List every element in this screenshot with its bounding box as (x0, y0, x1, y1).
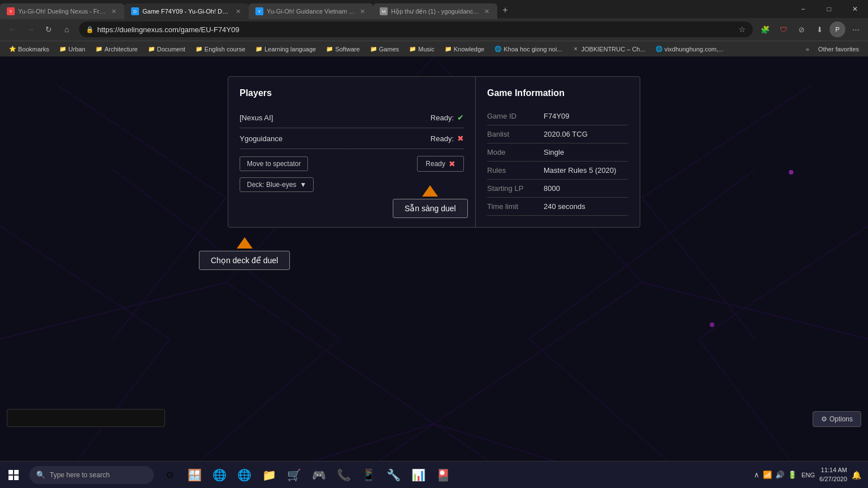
battery-icon[interactable]: 🔋 (788, 470, 797, 479)
chon-deck-button[interactable]: Chọn deck để duel (199, 251, 290, 270)
url-bar[interactable]: 🔒 https://duelingnexus.com/game/EU-F74Y0… (79, 21, 753, 37)
tab-label-2: Game F74Y09 - Yu-Gi-Oh! Duel... (142, 8, 231, 15)
extensions-button[interactable]: 🧩 (757, 21, 773, 37)
bookmark-khoa-hoc[interactable]: 🌐 Khoa hoc giong noi... (490, 44, 566, 54)
status-check-icon: ✔ (457, 113, 464, 122)
title-bar: Y Yu-Gi-Oh! Dueling Nexus - Free... ✕ D … (0, 0, 868, 18)
taskbar-app-taskview[interactable]: 🪟 (183, 464, 206, 486)
forward-button[interactable]: → (23, 21, 38, 37)
chon-deck-tooltip-container: Chọn deck để duel (199, 237, 290, 270)
downloads-icon[interactable]: ⬇ (811, 21, 827, 37)
taskbar-app-app1[interactable]: 📱 (357, 464, 380, 486)
san-sang-button[interactable]: Sẵn sàng duel (393, 199, 468, 218)
rules-label: Rules (487, 166, 538, 175)
tab-inbox[interactable]: M Hộp thư đến (1) - ygoguidance... ✕ (373, 3, 497, 19)
tab-close-2[interactable]: ✕ (235, 7, 242, 16)
player-name-2: Ygoguidance (240, 134, 283, 143)
keyboard-lang[interactable]: ENG (801, 472, 815, 478)
taskbar-app-store[interactable]: 🛒 (283, 464, 305, 486)
lock-icon: 🔒 (86, 26, 94, 33)
bookmark-knowledge[interactable]: 📁 Knowledge (440, 44, 489, 54)
profile-button[interactable]: P (830, 21, 845, 37)
timelimit-value: 240 seconds (544, 202, 585, 211)
info-row-mode: Mode Single (487, 143, 628, 162)
notification-icon[interactable]: 🔔 (852, 470, 861, 480)
bookmark-games[interactable]: 📁 Games (366, 44, 403, 54)
tab-close-3[interactable]: ✕ (359, 7, 366, 16)
bookmark-english-course[interactable]: 📁 English course (191, 44, 250, 54)
chat-input-container (7, 409, 165, 427)
start-button[interactable] (0, 461, 27, 489)
knowledge-icon: 📁 (445, 46, 452, 53)
home-button[interactable]: ⌂ (59, 21, 75, 37)
taskbar-app-ppt[interactable]: 📊 (407, 464, 429, 486)
bookmark-architecture[interactable]: 📁 Architecture (91, 44, 142, 54)
player-status-1: Ready: ✔ (431, 113, 464, 122)
bookmark-music[interactable]: 📁 Music (405, 44, 439, 54)
minimize-button[interactable]: − (790, 0, 816, 18)
new-tab-button[interactable]: + (497, 2, 513, 18)
spectator-button[interactable]: Move to spectator (240, 156, 308, 171)
tab-label-4: Hộp thư đến (1) - ygoguidance... (391, 8, 480, 15)
search-placeholder: Type here to search (50, 471, 110, 479)
shield-icon[interactable]: 🛡 (775, 21, 791, 37)
taskbar-app-yugioh[interactable]: 🎴 (432, 464, 454, 486)
tab-close-1[interactable]: ✕ (110, 7, 118, 16)
chat-input[interactable] (7, 409, 165, 427)
bookmark-other-favorites[interactable]: Other favorites (814, 44, 863, 54)
bookmark-bookmarks[interactable]: ⭐ Bookmarks (5, 44, 54, 54)
volume-icon[interactable]: 🔊 (775, 470, 784, 479)
close-button[interactable]: ✕ (842, 0, 868, 18)
ready-button[interactable]: Ready ✖ (417, 156, 464, 172)
taskbar-app-edge[interactable]: 🌐 (208, 464, 231, 486)
taskbar-date: 6/27/2020 (819, 475, 847, 483)
bookmark-vixd[interactable]: 🌐 vixdhunghung.com,... (651, 44, 728, 54)
tab-favicon-2: D (131, 7, 139, 15)
options-button[interactable]: ⚙ Options (813, 411, 861, 427)
bookmark-learning[interactable]: 📁 Learning language (251, 44, 320, 54)
tab-close-4[interactable]: ✕ (483, 7, 491, 16)
taskbar-apps: ⊙ 🪟 🌐 🌐 📁 🛒 🎮 📞 📱 🔧 📊 🎴 (158, 464, 454, 486)
tab-yugioh-nexus[interactable]: Y Yu-Gi-Oh! Dueling Nexus - Free... ✕ (0, 3, 124, 19)
info-row-lp: Starting LP 8000 (487, 180, 628, 198)
bookmark-label: Document (157, 46, 185, 53)
taskbar-clock[interactable]: 11:14 AM 6/27/2020 (819, 466, 847, 483)
architecture-icon: 📁 (96, 46, 102, 53)
back-button[interactable]: ← (5, 21, 20, 37)
taskbar-search[interactable]: 🔍 Type here to search (29, 466, 154, 484)
network-icon[interactable]: 📶 (763, 470, 772, 479)
tab-game[interactable]: D Game F74Y09 - Yu-Gi-Oh! Duel... ✕ (124, 3, 249, 19)
bookmark-urban[interactable]: 📁 Urban (55, 44, 90, 54)
player-row-1: [Nexus AI] Ready: ✔ (240, 107, 464, 128)
url-text: https://duelingnexus.com/game/EU-F74Y09 (97, 25, 735, 34)
bookmark-label: Knowledge (454, 46, 484, 53)
bookmark-label: Learning language (264, 46, 316, 53)
taskbar-app-app2[interactable]: 🔧 (382, 464, 405, 486)
taskbar-right: ∧ 📶 🔊 🔋 ENG 11:14 AM 6/27/2020 🔔 (754, 466, 868, 483)
bookmark-document[interactable]: 📁 Document (144, 44, 190, 54)
bookmark-software[interactable]: 📁 Software (322, 44, 364, 54)
bookmark-label: vixdhunghung.com,... (665, 46, 724, 53)
bookmark-label: Games (379, 46, 399, 53)
chevron-icon[interactable]: ∧ (754, 470, 760, 479)
tab-guidance[interactable]: Y Yu-Gi-Oh! Guidance Vietnam - ... ✕ (249, 3, 373, 19)
bookmarks-overflow[interactable]: » (802, 44, 813, 54)
bookmark-star-icon[interactable]: ☆ (739, 25, 746, 34)
san-sang-arrow-up-icon (422, 185, 438, 197)
menu-button[interactable]: ⋯ (848, 21, 863, 37)
deck-button[interactable]: Deck: Blue-eyes ▼ (240, 177, 314, 192)
ready-x-icon: ✖ (449, 159, 455, 168)
taskbar-app-viber[interactable]: 📞 (332, 464, 355, 486)
bookmark-jobkientruc[interactable]: × JOBKIENTRUC – Ch... (568, 44, 650, 54)
taskbar-app-game1[interactable]: 🎮 (307, 464, 330, 486)
maximize-button[interactable]: □ (816, 0, 842, 18)
taskbar-app-cortana[interactable]: ⊙ (158, 464, 181, 486)
taskbar-app-chrome[interactable]: 🌐 (233, 464, 255, 486)
refresh-button[interactable]: ↻ (41, 21, 57, 37)
game-info-section: Game Information Game ID F74Y09 Banlist … (476, 77, 640, 227)
adblock-icon[interactable]: ⊘ (793, 21, 809, 37)
taskbar-app-explorer[interactable]: 📁 (258, 464, 280, 486)
bookmark-label: Urban (68, 46, 85, 53)
software-icon: 📁 (326, 46, 333, 53)
info-row-timelimit: Time limit 240 seconds (487, 198, 628, 216)
